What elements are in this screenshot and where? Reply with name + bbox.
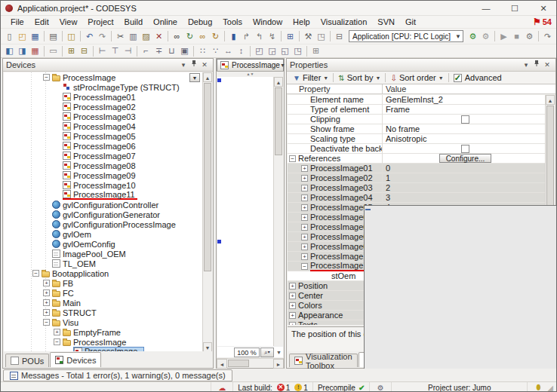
scrollbar-thumb[interactable] [204,83,211,271]
tree-item[interactable]: −Visu [4,317,212,327]
property-row[interactable]: +ProcessImage043 [288,193,545,203]
login-icon[interactable]: ⚙ [466,30,479,43]
scroll-up-icon[interactable]: ▲ [203,72,212,82]
close-icon[interactable]: ✕ [199,59,210,71]
filter-button[interactable]: ▼ Filter ▼ [290,73,331,82]
tree-item[interactable]: TL_OEM [4,259,212,268]
property-value-cell[interactable] [383,144,545,154]
panel-dropdown-icon[interactable]: ▾ [178,59,189,71]
group-icon[interactable]: ⊞ [65,44,78,57]
copy-icon[interactable]: ▥ [127,30,140,43]
property-expander-minus[interactable]: − [301,263,308,270]
sort-order-button[interactable]: ⇩ Sort order ▼ [387,73,446,82]
tree-expander-plus[interactable]: + [43,289,50,296]
tree-item[interactable]: −ProcessImage [4,72,212,82]
devices-scrollbar[interactable]: ▲ ▼ [202,72,212,352]
tab-properties[interactable]: Properties [359,352,557,367]
property-expander-plus[interactable]: + [301,243,308,250]
property-row[interactable]: Scaling typeAnisotropic [288,134,545,144]
property-row[interactable]: +ProcessImage021 [288,173,545,183]
property-expander-plus[interactable]: + [301,194,308,201]
visualization-manager-icon[interactable]: ⊟ [333,30,346,43]
tree-expander-minus[interactable]: − [43,319,50,326]
align-bottom-icon[interactable]: ⊔ [165,44,178,57]
tree-item[interactable]: +FB [4,278,212,288]
stop-icon[interactable]: ■ [510,30,523,43]
visu-select-icon[interactable]: ◧ [3,44,16,57]
selection-handle[interactable] [217,240,221,243]
tree-item[interactable]: −ProcessImage [4,337,212,347]
maximize-button[interactable]: ☐ [500,1,529,16]
distribute-v-icon[interactable]: ∵ [209,44,222,57]
configure-button[interactable]: Configure... [439,154,492,163]
pin-icon[interactable] [189,59,199,71]
copy-project-icon[interactable]: ◫ [65,30,78,43]
new-object-icon[interactable]: ◳ [315,30,328,43]
property-row[interactable]: Element nameGenElemInst_2 [288,95,545,105]
bookmark-icon[interactable]: ▮ [227,30,240,43]
online-config-icon[interactable]: ⚙ [523,30,536,43]
property-value-cell[interactable]: Frame [383,105,545,115]
align-left-icon[interactable]: ⊢ [96,44,109,57]
order-front-icon[interactable]: ◰ [253,44,266,57]
redo-icon[interactable]: ↷ [96,30,109,43]
scroll-up-icon[interactable]: ▲ [274,77,283,87]
new-file-icon[interactable]: ▯ [3,30,16,43]
tab-pous[interactable]: POUs [5,354,49,367]
tree-item[interactable]: ProcessImage10 [4,180,212,190]
step-over-icon[interactable]: ↷ [541,30,554,43]
menu-tools[interactable]: Tools [217,16,248,28]
tab-dropdown-icon[interactable]: ▼ [280,63,285,68]
tree-expander-plus[interactable]: + [54,329,60,335]
zoom-level-field[interactable]: 100 % [234,348,260,357]
menu-help[interactable]: Help [288,16,315,28]
property-row[interactable]: Clipping [288,115,545,124]
background-grid-icon[interactable]: ⊞ [309,44,322,57]
replace-next-icon[interactable]: ↻ [209,30,222,43]
property-value-cell[interactable]: GenElemInst_2 [383,95,545,105]
tree-expander-plus[interactable]: + [43,309,50,316]
advanced-checkbox[interactable] [454,74,462,82]
menu-project[interactable]: Project [82,16,118,28]
tree-item[interactable]: ImagePool_OEM [4,249,212,259]
advanced-toggle[interactable]: Advanced [451,73,505,82]
messages-tab[interactable]: Messages - Total 1 error(s), 1 warning(s… [3,369,232,381]
scroll-down-icon[interactable]: ▼ [275,350,283,355]
scrollbar-thumb[interactable] [228,360,249,367]
visualization-canvas[interactable]: ▲ [217,77,283,347]
property-row[interactable]: +ProcessImage032 [288,183,545,193]
property-expander-plus[interactable]: + [301,165,308,172]
property-expander-plus[interactable]: + [289,283,296,289]
prev-bookmark-icon[interactable]: ↰ [253,30,266,43]
tree-item[interactable]: gvlConfigurationProcessImage [4,219,212,229]
editor-splitter[interactable]: ▲▼ [217,72,284,76]
property-value-cell[interactable]: Anisotropic [383,134,545,144]
align-top-icon[interactable]: ⌐ [140,44,152,57]
property-expander-plus[interactable]: + [301,175,308,182]
menu-git[interactable]: Git [400,16,421,28]
menu-window[interactable]: Window [248,16,288,28]
tree-item[interactable]: gvlConfigurationGenerator [4,210,212,219]
tree-item[interactable]: +FC [4,288,212,298]
menu-svn[interactable]: SVN [372,16,400,28]
scroll-right-icon[interactable]: ► [273,359,284,369]
delete-icon[interactable]: ✕ [152,30,165,43]
property-value-cell[interactable]: No frame [383,124,545,134]
close-button[interactable]: ✕ [529,1,557,16]
menu-visualization[interactable]: Visualization [315,16,373,28]
property-row[interactable]: Type of elementFrame [288,105,545,115]
menu-file[interactable]: File [5,16,29,28]
clear-bookmarks-icon[interactable]: ↯ [266,30,278,43]
tree-item[interactable]: +EmptyFrame [4,327,212,337]
visu-colors-icon[interactable]: ▦ [29,44,42,57]
print-icon[interactable]: ▤ [47,30,60,43]
tree-item[interactable]: gvlConfigurationController [4,200,212,210]
order-backward-icon[interactable]: ◳ [291,44,304,57]
make-same-size-icon[interactable]: ▣ [178,44,191,57]
tree-expander-minus[interactable]: − [32,270,39,277]
menu-edit[interactable]: Edit [29,16,54,28]
tree-item[interactable]: stProcImageType (STRUCT) [4,82,212,92]
property-value-cell[interactable]: 0 [383,164,545,173]
tab-devices[interactable]: Devices [50,352,101,367]
tree-item[interactable]: gvlOem [4,229,212,239]
